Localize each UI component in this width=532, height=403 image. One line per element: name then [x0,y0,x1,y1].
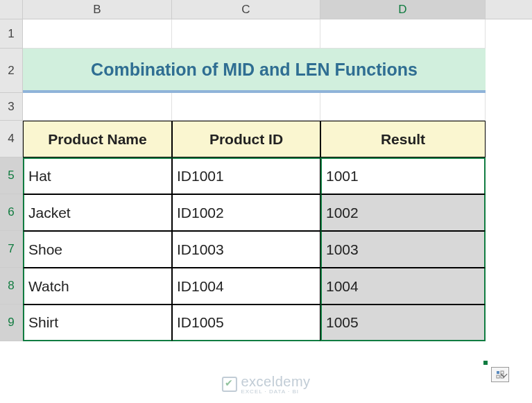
cell-C7[interactable]: ID1003 [172,231,320,268]
row-header-6[interactable]: 6 [0,194,22,231]
cell-D9[interactable]: 1005 [320,305,486,341]
cell-D6[interactable]: 1002 [320,194,486,231]
column-headers: B C D [23,0,532,19]
col-header-C[interactable]: C [172,0,320,19]
cell-D7[interactable]: 1003 [320,231,486,268]
row-header-3[interactable]: 3 [0,93,22,121]
svg-rect-2 [497,375,499,378]
title-cell[interactable]: Combination of MID and LEN Functions [23,49,486,93]
cell-D1[interactable] [320,19,486,49]
row-header-8[interactable]: 8 [0,268,22,305]
cell-B1[interactable] [23,19,172,49]
cell-C1[interactable] [172,19,320,49]
col-header-D[interactable]: D [320,0,486,19]
svg-rect-3 [501,375,504,378]
row-header-7[interactable]: 7 [0,231,22,268]
watermark-text: exceldemy [241,374,310,390]
header-result[interactable]: Result [320,121,486,157]
cell-B8[interactable]: Watch [23,268,172,305]
autofill-glyph-icon [496,370,504,379]
cell-D5[interactable]: 1001 [320,157,486,194]
select-all-corner[interactable] [0,0,23,19]
fill-handle[interactable] [483,360,488,366]
cell-B9[interactable]: Shirt [23,305,172,341]
row-header-5[interactable]: 5 [0,157,22,194]
cell-B7[interactable]: Shoe [23,231,172,268]
spreadsheet-grid: Combination of MID and LEN Functions Pro… [23,19,532,341]
cell-C3[interactable] [172,93,320,121]
svg-rect-1 [501,371,504,374]
watermark: exceldemy EXCEL · DATA · BI [221,374,310,395]
row-header-9[interactable]: 9 [0,305,22,341]
watermark-logo-icon [221,377,237,392]
row-header-2[interactable]: 2 [0,49,22,93]
row-header-4[interactable]: 4 [0,121,22,157]
autofill-options-icon[interactable] [491,367,509,382]
cell-B6[interactable]: Jacket [23,194,172,231]
row-header-1[interactable]: 1 [0,19,22,49]
cell-B5[interactable]: Hat [23,157,172,194]
header-product-name[interactable]: Product Name [23,121,172,157]
svg-rect-0 [497,371,499,374]
cell-B3[interactable] [23,93,172,121]
cell-D3[interactable] [320,93,486,121]
header-product-id[interactable]: Product ID [172,121,320,157]
cell-C9[interactable]: ID1005 [172,305,320,341]
cell-C6[interactable]: ID1002 [172,194,320,231]
cell-C8[interactable]: ID1004 [172,268,320,305]
row-headers: 1 2 3 4 5 6 7 8 9 [0,19,23,341]
cell-D8[interactable]: 1004 [320,268,486,305]
col-header-B[interactable]: B [23,0,172,19]
cell-C5[interactable]: ID1001 [172,157,320,194]
